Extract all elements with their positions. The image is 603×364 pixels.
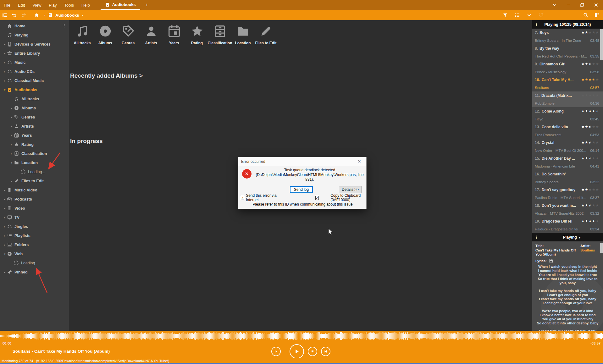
chevron-right-icon[interactable]: ▸	[9, 116, 14, 119]
chevron-down-icon[interactable]: ▾	[3, 88, 7, 91]
tile-all-tracks[interactable]: All tracks	[71, 22, 94, 45]
lyrics-scrollbar[interactable]	[600, 243, 603, 253]
sidebar-item-tv[interactable]: ▸TV	[0, 213, 69, 222]
next-button[interactable]	[321, 347, 330, 356]
track-row[interactable]: 19.Dragostea DinTei★★★★★★★★★★Haiducii - …	[532, 217, 603, 233]
rating-stars[interactable]: ★★★★★★★★★★	[581, 78, 599, 81]
chevron-right-icon[interactable]: ▸	[3, 61, 7, 64]
chevron-right-icon[interactable]: ▸	[3, 70, 7, 73]
track-row[interactable]: 11.Dracula (Matrix...★★★★★★★★★★Rob Zombi…	[532, 91, 603, 107]
sidebar-item-devices-services[interactable]: ▸Devices & Services	[0, 40, 69, 49]
section-recently-added[interactable]: Recently added Albums >	[70, 72, 143, 79]
sidebar-item-location[interactable]: ▾Location	[0, 158, 69, 167]
menu-edit[interactable]: Edit	[14, 0, 29, 10]
sidebar-item-rating[interactable]: ▸Rating	[0, 140, 69, 149]
chevron-right-icon[interactable]: ▸	[3, 79, 7, 82]
sidebar-item-music-video[interactable]: ▸Music Video	[0, 185, 69, 195]
copy-clipboard-checkbox[interactable]: ✓	[315, 196, 319, 200]
menu-view[interactable]: View	[29, 0, 45, 10]
track-row[interactable]: 16.Do Somethin'Britney Spears03:22	[532, 170, 603, 186]
undo-icon[interactable]	[9, 11, 19, 19]
redo-icon[interactable]	[19, 11, 28, 19]
chevron-right-icon[interactable]: ▸	[3, 225, 7, 228]
chevron-right-icon[interactable]: ▸	[9, 134, 14, 137]
chevron-right-icon[interactable]: ▸	[3, 198, 7, 201]
details-button[interactable]: Details >>	[339, 186, 362, 193]
track-row[interactable]: 9.Cinnamon Girl★★★★★★★★★★Prince - Musico…	[532, 60, 603, 76]
menu-file[interactable]: File	[0, 0, 14, 10]
stop-button[interactable]	[308, 347, 317, 356]
breadcrumb-audiobooks[interactable]: Audiobooks	[55, 13, 79, 18]
chevron-down-icon[interactable]: ▾	[9, 161, 14, 164]
save-lyrics-icon[interactable]	[549, 258, 554, 263]
rating-stars[interactable]: ★★★★★★★★★★	[581, 62, 599, 66]
chevron-right-icon[interactable]: ▸	[3, 52, 7, 55]
sidebar-item-audio-cds[interactable]: ▸Audio CDs	[0, 67, 69, 76]
tile-classification[interactable]: Classification	[208, 22, 231, 45]
sidebar-item-folders[interactable]: ▸Folders	[0, 240, 69, 249]
track-row[interactable]: 8.By the wayThe Red Hot Chili Peppers - …	[532, 44, 603, 60]
filter-icon[interactable]	[501, 11, 510, 19]
track-row[interactable]: 18.Don't you want m...★★★★★★★★★★Alcazar …	[532, 201, 603, 217]
rating-stars[interactable]: ★★★★★★★★★★	[581, 31, 599, 34]
nowplaying-menu-dots-icon[interactable]: ⋮	[532, 235, 540, 240]
minimize-window-button[interactable]	[562, 0, 575, 10]
dialog-title-bar[interactable]: Error occurred ✕	[238, 157, 366, 166]
send-error-checkbox[interactable]: ✓	[241, 196, 244, 200]
tile-location[interactable]: Location	[231, 22, 254, 45]
menu-tools[interactable]: Tools	[61, 0, 78, 10]
new-tab-button[interactable]: +	[145, 2, 148, 8]
rating-stars[interactable]: ★★★★★★★★★★	[581, 157, 599, 160]
sidebar-item-loading[interactable]: Loading...	[0, 258, 69, 267]
sidebar-item-pinned[interactable]: ▸Pinned	[0, 267, 69, 277]
search-icon[interactable]	[581, 11, 590, 19]
chevron-right-icon[interactable]: ▸	[3, 207, 7, 210]
sidebar-item-artists[interactable]: ▸Artists	[0, 122, 69, 131]
chevron-right-icon[interactable]: ▸	[3, 234, 7, 237]
sidebar-item-video[interactable]: ▸Video	[0, 204, 69, 213]
track-row[interactable]: 17.Don't say goodbuy★★★★★★★★★★Paulina Ru…	[532, 186, 603, 201]
chevron-right-icon[interactable]: ▸	[9, 143, 14, 146]
list-view-icon[interactable]	[512, 11, 522, 19]
chevron-right-icon[interactable]: ▸	[9, 179, 14, 183]
playerbar-track-title[interactable]: Soultans - Can't Take My Hands Off You (…	[13, 349, 110, 354]
sidebar-item-audiobooks[interactable]: ▾Audiobooks	[0, 85, 69, 94]
sidebar-item-home[interactable]: Home	[0, 21, 69, 30]
nowplaying-artist[interactable]: Soultans	[580, 248, 600, 252]
sidebar-item-classical-music[interactable]: ▸Classical Music	[0, 76, 69, 85]
rating-stars[interactable]: ★★★★★★★★★★	[581, 188, 599, 191]
playlist-menu-dots-icon[interactable]: ⋮	[532, 22, 540, 27]
sidebar-item-music[interactable]: ▸Music	[0, 58, 69, 67]
chevron-down-icon[interactable]	[524, 11, 534, 19]
dialog-close-icon[interactable]: ✕	[355, 159, 363, 164]
sidebar-item-podcasts[interactable]: ▸Podcasts	[0, 195, 69, 204]
track-row[interactable]: 10.Can't Take My H...★★★★★★★★★★Soultans0…	[532, 76, 603, 91]
tile-files-to-edit[interactable]: Files to Edit	[254, 22, 277, 45]
nowplaying-header[interactable]: ⋮ Playing▾	[532, 233, 603, 241]
sidebar-item-classification[interactable]: ▸Classification	[0, 149, 69, 158]
sidebar-item-genres[interactable]: ▸Genres	[0, 113, 69, 122]
playlist-scrollbar[interactable]	[600, 29, 603, 60]
sidebar-item-files-to-edit[interactable]: ▸Files to Edit	[0, 176, 69, 185]
track-row[interactable]: 13.Cose della vita★★★★★★★★★★Eros Ramazzo…	[532, 123, 603, 139]
sidebar-menu-dots-icon[interactable]	[62, 23, 66, 29]
menu-play[interactable]: Play	[45, 0, 60, 10]
chevron-right-icon[interactable]: ▸	[9, 107, 14, 110]
chevron-right-icon[interactable]: ▸	[3, 189, 7, 192]
panel-toggle-icon[interactable]	[592, 11, 602, 19]
tile-rating[interactable]: Rating	[185, 22, 208, 45]
chevron-right-icon[interactable]: ▸	[3, 216, 7, 219]
chevron-right-icon[interactable]: ▸	[9, 152, 14, 155]
waveform-seekbar[interactable]	[0, 332, 603, 340]
track-row[interactable]: 12.Come Along★★★★★★★★★★Titiyo03:45	[532, 107, 603, 123]
sidebar-item-playing[interactable]: Playing	[0, 30, 69, 40]
sidebar-item-jingles[interactable]: ▸Jingles	[0, 222, 69, 231]
sidebar-item-albums[interactable]: ▸Albums	[0, 103, 69, 113]
track-row[interactable]: 14.Crystal★★★★★★★★★★New Order - MTV Best…	[532, 139, 603, 154]
tile-artists[interactable]: Artists	[140, 22, 163, 45]
sidebar-item-web[interactable]: ▾Web	[0, 249, 69, 258]
previous-button[interactable]	[271, 347, 281, 356]
chevron-right-icon[interactable]: ▸	[3, 243, 7, 246]
sidebar-item-all-tracks[interactable]: All tracks	[0, 94, 69, 103]
rating-stars[interactable]: ★★★★★★★★★★	[581, 219, 599, 223]
